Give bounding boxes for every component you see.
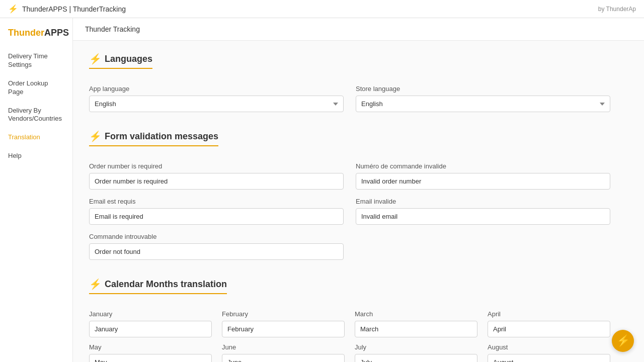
order-invalid-group: Numéro de commande invalide	[356, 162, 610, 190]
email-required-group: Email est requis	[89, 198, 344, 225]
empty-group	[356, 233, 610, 260]
month-april-input[interactable]	[488, 321, 610, 337]
fab-icon: ⚡	[616, 334, 630, 347]
sidebar-item-translation[interactable]: Translation	[0, 128, 72, 147]
email-invalid-label: Email invalide	[356, 198, 610, 205]
order-notfound-label: Commande introuvable	[89, 233, 344, 240]
topbar-title: ThunderAPPS | ThunderTracking	[22, 5, 126, 13]
month-august-label: August	[488, 343, 610, 351]
languages-section: ⚡ Languages App language English French …	[89, 53, 610, 112]
month-april-label: April	[488, 310, 610, 318]
topbar: ⚡ ThunderAPPS | ThunderTracking by Thund…	[0, 0, 644, 18]
languages-form-row: App language English French Spanish Germ…	[89, 85, 610, 112]
app-language-group: App language English French Spanish Germ…	[89, 85, 344, 112]
sidebar-item-delivery-vendors[interactable]: Delivery By Vendors/Countries	[0, 102, 72, 129]
month-april-group: April	[488, 310, 610, 337]
validation-section: ⚡ Form validation messages Order number …	[89, 130, 610, 260]
email-invalid-group: Email invalide	[356, 198, 610, 225]
month-july-group: July	[355, 343, 477, 362]
calendar-section: ⚡ Calendar Months translation January Fe…	[89, 278, 610, 362]
validation-title: ⚡ Form validation messages	[89, 130, 218, 146]
calendar-title: ⚡ Calendar Months translation	[89, 278, 227, 294]
sidebar-item-order-lookup[interactable]: Order Lookup Page	[0, 74, 72, 102]
month-july-input[interactable]	[355, 354, 477, 362]
email-required-input[interactable]	[89, 208, 344, 225]
validation-row-1: Order number is required Numéro de comma…	[89, 162, 610, 190]
topbar-left: ⚡ ThunderAPPS | ThunderTracking	[8, 4, 126, 14]
month-june-input[interactable]	[222, 354, 345, 362]
sidebar: ThunderAPPS Delivery Time Settings Order…	[0, 18, 73, 362]
store-language-select[interactable]: English French Spanish German	[356, 96, 610, 112]
order-required-input[interactable]	[89, 173, 344, 190]
sidebar-item-help[interactable]: Help	[0, 147, 72, 165]
app-language-select[interactable]: English French Spanish German	[89, 96, 344, 112]
month-may-group: May	[89, 343, 212, 362]
fab-button[interactable]: ⚡	[612, 330, 634, 352]
month-july-label: July	[355, 343, 477, 351]
month-may-input[interactable]	[89, 354, 212, 362]
month-march-input[interactable]	[355, 321, 477, 337]
logo-apps: APPS	[44, 28, 69, 38]
sidebar-item-delivery-time[interactable]: Delivery Time Settings	[0, 47, 72, 74]
month-february-group: February	[222, 310, 345, 337]
order-invalid-label: Numéro de commande invalide	[356, 162, 610, 170]
month-august-group: August	[488, 343, 610, 362]
month-february-label: February	[222, 310, 345, 318]
sidebar-logo: ThunderAPPS	[0, 24, 72, 47]
month-march-label: March	[355, 310, 477, 318]
month-january-input[interactable]	[89, 321, 212, 337]
order-notfound-group: Commande introuvable	[89, 233, 344, 260]
order-notfound-input[interactable]	[89, 243, 344, 260]
breadcrumb: Thunder Tracking	[73, 18, 644, 41]
app-language-label: App language	[89, 85, 344, 93]
bolt-icon-languages: ⚡	[89, 53, 102, 65]
bolt-icon-calendar: ⚡	[89, 278, 102, 290]
month-june-label: June	[222, 343, 345, 351]
calendar-grid: January February March Apr	[89, 310, 610, 362]
month-august-input[interactable]	[488, 354, 610, 362]
order-required-label: Order number is required	[89, 162, 344, 170]
bolt-icon-validation: ⚡	[89, 130, 102, 142]
topbar-bolt-icon: ⚡	[8, 4, 18, 14]
order-invalid-input[interactable]	[356, 173, 610, 190]
month-may-label: May	[89, 343, 212, 351]
month-march-group: March	[355, 310, 477, 337]
month-january-group: January	[89, 310, 212, 337]
email-invalid-input[interactable]	[356, 208, 610, 225]
validation-row-2: Email est requis Email invalide	[89, 198, 610, 225]
order-required-group: Order number is required	[89, 162, 344, 190]
email-required-label: Email est requis	[89, 198, 344, 205]
month-january-label: January	[89, 310, 212, 318]
topbar-byline: by ThunderAp	[598, 6, 636, 13]
logo-thunder: Thunder	[8, 28, 44, 38]
month-february-input[interactable]	[222, 321, 345, 337]
languages-title: ⚡ Languages	[89, 53, 152, 69]
store-language-label: Store language	[356, 85, 610, 93]
main-content: Thunder Tracking ⚡ Languages App languag…	[73, 18, 644, 362]
month-june-group: June	[222, 343, 345, 362]
store-language-group: Store language English French Spanish Ge…	[356, 85, 610, 112]
validation-row-3: Commande introuvable	[89, 233, 610, 260]
